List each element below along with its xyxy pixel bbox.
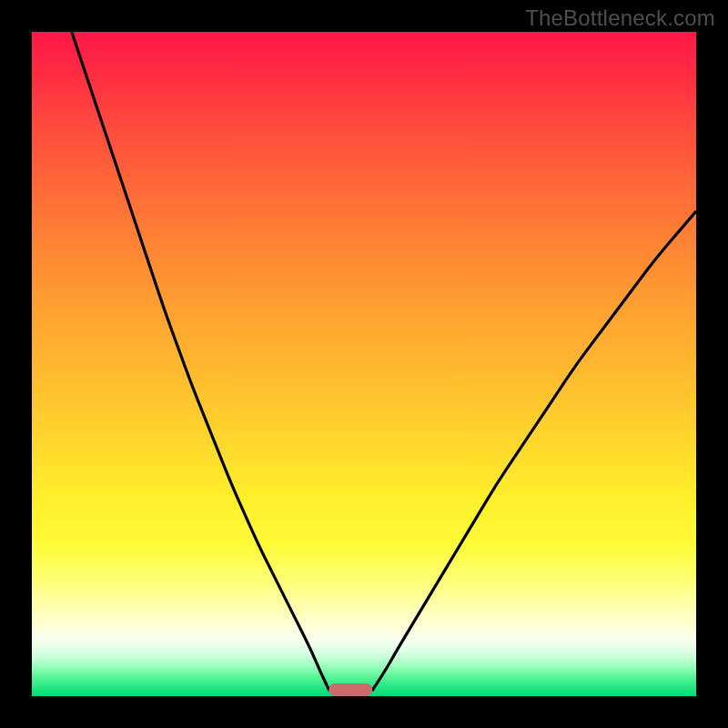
- watermark-text: TheBottleneck.com: [525, 5, 715, 31]
- plot-area: [32, 32, 696, 696]
- optimum-range-marker: [329, 683, 372, 696]
- right-bottleneck-curve: [372, 211, 696, 691]
- curves-svg: [32, 32, 696, 696]
- left-bottleneck-curve: [72, 32, 329, 691]
